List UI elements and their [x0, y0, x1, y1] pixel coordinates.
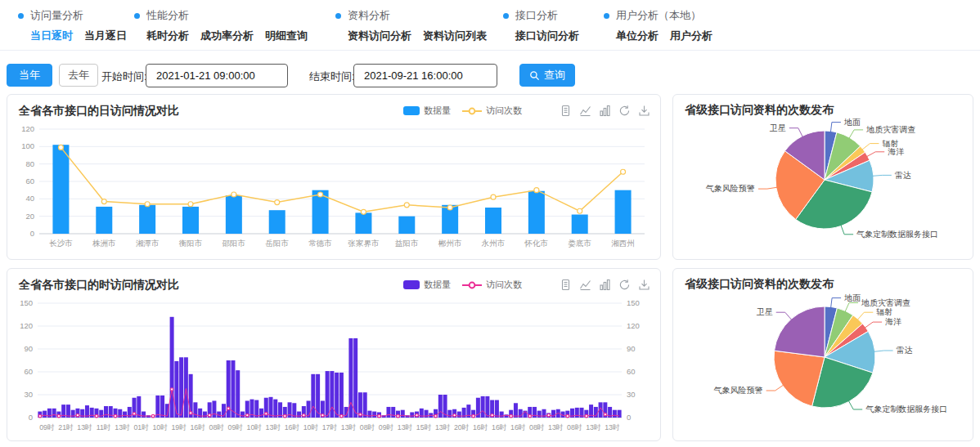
- bar[interactable]: [297, 412, 301, 418]
- nav-item-1-2[interactable]: 明细查询: [265, 29, 308, 43]
- legend-item-数据量[interactable]: 数据量: [403, 279, 451, 291]
- legend-item-数据量[interactable]: 数据量: [403, 105, 451, 117]
- bar[interactable]: [500, 412, 504, 418]
- bar[interactable]: [391, 407, 395, 418]
- bar[interactable]: [184, 357, 188, 418]
- nav-item-4-0[interactable]: 单位分析: [616, 29, 659, 43]
- pie2-canvas[interactable]: 地面地质灾害调查辐射海洋雷达气象定制数据服务接口气象风险预警卫星: [673, 269, 973, 440]
- pie-slice-label: 雷达: [897, 346, 913, 355]
- bar[interactable]: [123, 412, 127, 418]
- bar[interactable]: [339, 373, 344, 418]
- bar[interactable]: [572, 215, 588, 234]
- bar[interactable]: [96, 207, 112, 234]
- bar[interactable]: [330, 371, 334, 418]
- bar[interactable]: [226, 195, 242, 234]
- daily-chart-canvas[interactable]: 020406080100120长沙市株洲市湘潭市衡阳市邵阳市岳阳市常德市张家界市…: [13, 119, 654, 253]
- search-button[interactable]: 查询: [519, 64, 575, 87]
- line-marker: [151, 414, 154, 417]
- data-view-icon[interactable]: [560, 279, 572, 291]
- nav-group-head: 资料分析: [335, 8, 487, 23]
- bar[interactable]: [182, 207, 199, 234]
- save-image-icon[interactable]: [638, 279, 650, 291]
- start-time-input[interactable]: [146, 64, 288, 87]
- bar[interactable]: [52, 145, 69, 234]
- end-time-input[interactable]: [353, 64, 497, 87]
- data-view-icon[interactable]: [560, 105, 572, 117]
- bar[interactable]: [457, 412, 461, 418]
- bar[interactable]: [495, 400, 499, 418]
- bar[interactable]: [575, 408, 579, 418]
- bar[interactable]: [386, 407, 390, 418]
- legend-item-访问次数[interactable]: 访问次数: [462, 105, 522, 117]
- bar[interactable]: [533, 407, 537, 418]
- bar[interactable]: [311, 374, 315, 418]
- bar[interactable]: [52, 409, 56, 418]
- bar[interactable]: [160, 396, 164, 418]
- nav-item-0-0[interactable]: 当日逐时: [30, 29, 73, 43]
- nav-item-1-0[interactable]: 耗时分析: [146, 29, 189, 43]
- bar[interactable]: [537, 411, 542, 418]
- bar[interactable]: [212, 400, 216, 418]
- pie1-title: 省级接口访问资料的次数发布: [685, 103, 834, 118]
- bar[interactable]: [254, 400, 258, 418]
- bar[interactable]: [203, 412, 207, 418]
- switch-to-bar-icon[interactable]: [599, 105, 611, 117]
- bar[interactable]: [236, 370, 240, 418]
- switch-to-line-icon[interactable]: [579, 279, 591, 291]
- pie-leader-line: [849, 130, 864, 139]
- hourly-chart-canvas[interactable]: 0030306060909012012015015009时21时13时11时13…: [13, 293, 654, 436]
- bar[interactable]: [139, 205, 155, 234]
- switch-to-bar-icon[interactable]: [599, 279, 611, 291]
- bar[interactable]: [142, 412, 146, 418]
- save-image-icon[interactable]: [638, 105, 650, 117]
- bar[interactable]: [363, 392, 367, 418]
- this-year-button[interactable]: 当年: [7, 64, 52, 87]
- bar[interactable]: [355, 212, 371, 234]
- bar[interactable]: [231, 360, 235, 418]
- bar[interactable]: [307, 400, 311, 418]
- bar[interactable]: [618, 410, 622, 418]
- restore-icon[interactable]: [618, 279, 631, 291]
- bar[interactable]: [514, 403, 518, 418]
- restore-icon[interactable]: [618, 105, 631, 117]
- pie-slice-label: 地质灾害调查: [865, 125, 915, 134]
- bar[interactable]: [43, 411, 47, 418]
- bar[interactable]: [372, 412, 376, 418]
- bar[interactable]: [269, 210, 285, 234]
- nav-item-3-0[interactable]: 接口访问分析: [515, 29, 579, 43]
- bars-group[interactable]: [52, 145, 631, 234]
- pie1-canvas[interactable]: 地面地质灾害调查辐射海洋雷达气象定制数据服务接口气象风险预警卫星: [673, 95, 973, 259]
- bar[interactable]: [273, 400, 277, 418]
- pie-slice-卫星[interactable]: [775, 306, 825, 357]
- bar[interactable]: [398, 217, 415, 234]
- bar[interactable]: [615, 190, 632, 234]
- bar[interactable]: [335, 373, 339, 418]
- bar[interactable]: [137, 396, 141, 418]
- nav-item-1-1[interactable]: 成功率分析: [200, 29, 254, 43]
- bar[interactable]: [353, 338, 357, 418]
- bar[interactable]: [367, 411, 371, 418]
- bar[interactable]: [259, 409, 263, 418]
- bar[interactable]: [613, 410, 617, 418]
- bar[interactable]: [485, 208, 501, 234]
- nav-item-2-0[interactable]: 资料访问分析: [348, 29, 411, 43]
- bars-group[interactable]: [38, 317, 621, 418]
- switch-to-line-icon[interactable]: [579, 105, 591, 117]
- y-axis-tick-label: 90: [24, 344, 33, 353]
- nav-item-4-1[interactable]: 用户分析: [670, 29, 713, 43]
- bar[interactable]: [410, 412, 414, 418]
- bar[interactable]: [528, 191, 545, 234]
- bar[interactable]: [174, 361, 178, 418]
- bar[interactable]: [170, 317, 174, 418]
- bar[interactable]: [481, 396, 485, 418]
- nav-item-2-1[interactable]: 资料访问列表: [423, 29, 487, 43]
- legend-item-访问次数[interactable]: 访问次数: [462, 279, 522, 291]
- bar[interactable]: [326, 371, 330, 418]
- bar[interactable]: [241, 412, 245, 418]
- bar[interactable]: [401, 410, 405, 418]
- bar[interactable]: [90, 408, 94, 418]
- bar[interactable]: [438, 395, 443, 418]
- last-year-button[interactable]: 去年: [59, 64, 98, 87]
- bar[interactable]: [104, 406, 108, 418]
- nav-item-0-1[interactable]: 当月逐日: [84, 29, 127, 43]
